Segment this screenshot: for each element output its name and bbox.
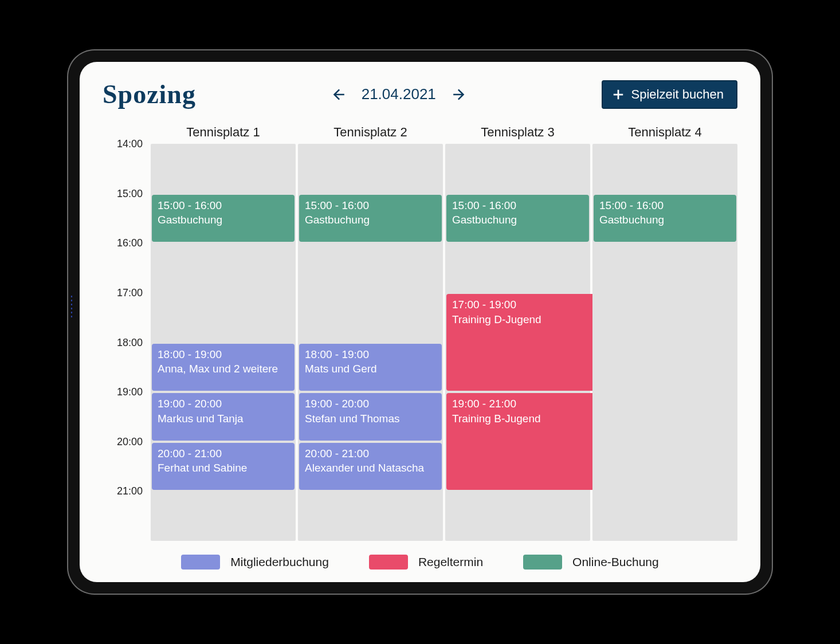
book-slot-button[interactable]: Spielzeit buchen: [602, 80, 737, 109]
legend-label: Online-Buchung: [572, 555, 659, 569]
event-title: Gastbuchung: [599, 213, 731, 227]
court-column[interactable]: 15:00 - 16:00Gastbuchung18:00 - 19:00Ann…: [151, 144, 296, 541]
legend-swatch: [181, 555, 220, 570]
event-time: 20:00 - 21:00: [305, 446, 436, 461]
time-label: 19:00: [117, 386, 143, 398]
event-title: Markus und Tanja: [158, 411, 289, 426]
event-time: 15:00 - 16:00: [599, 198, 731, 213]
header: Spozing 21.04.2021 Spielzeit buchen: [103, 79, 737, 109]
booking-event[interactable]: 15:00 - 16:00Gastbuchung: [594, 195, 736, 242]
event-title: Stefan und Thomas: [305, 411, 436, 426]
legend-item-online: Online-Buchung: [523, 555, 659, 570]
book-slot-label: Spielzeit buchen: [631, 87, 724, 102]
time-label: 17:00: [117, 286, 143, 299]
court-header: Tennisplatz 1: [151, 121, 296, 144]
court-header: Tennisplatz 2: [298, 121, 443, 144]
court-column[interactable]: 15:00 - 16:00Gastbuchung18:00 - 19:00Mat…: [298, 144, 443, 541]
time-label: 14:00: [117, 138, 143, 150]
booking-event[interactable]: 18:00 - 19:00Anna, Max und 2 weitere: [152, 344, 295, 391]
event-title: Ferhat und Sabine: [158, 461, 289, 476]
booking-event[interactable]: 15:00 - 16:00Gastbuchung: [152, 195, 295, 242]
event-title: Gastbuchung: [158, 213, 289, 227]
legend-item-member: Mitgliederbuchung: [181, 555, 329, 570]
time-label: 18:00: [117, 336, 143, 348]
event-time: 19:00 - 20:00: [305, 396, 436, 411]
event-time: 15:00 - 16:00: [305, 198, 436, 213]
event-time: 20:00 - 21:00: [158, 446, 289, 461]
court-header: Tennisplatz 4: [592, 121, 737, 144]
schedule-grid: Tennisplatz 1 Tennisplatz 2 Tennisplatz …: [103, 121, 737, 541]
arrow-right-icon: [452, 87, 467, 102]
legend-item-regel: Regeltermin: [369, 555, 483, 570]
court-header: Tennisplatz 3: [445, 121, 590, 144]
event-time: 18:00 - 19:00: [305, 347, 436, 362]
time-label: 21:00: [117, 485, 143, 497]
event-title: Mats und Gerd: [305, 362, 436, 376]
tablet-frame: Spozing 21.04.2021 Spielzeit buchen: [67, 49, 773, 595]
legend-swatch: [369, 555, 408, 570]
app-screen: Spozing 21.04.2021 Spielzeit buchen: [80, 62, 760, 582]
next-day-button[interactable]: [451, 86, 468, 103]
time-label: 20:00: [117, 435, 143, 447]
legend: Mitgliederbuchung Regeltermin Online-Buc…: [103, 541, 737, 570]
event-title: Anna, Max und 2 weitere: [158, 362, 289, 376]
arrow-left-icon: [331, 87, 346, 102]
plus-icon: [612, 88, 625, 101]
current-date: 21.04.2021: [362, 85, 436, 103]
legend-swatch: [523, 555, 562, 570]
booking-event[interactable]: 18:00 - 19:00Mats und Gerd: [299, 344, 442, 391]
event-title: Alexander und Natascha: [305, 461, 436, 476]
booking-event[interactable]: 15:00 - 16:00Gastbuchung: [299, 195, 442, 242]
date-navigator: 21.04.2021: [205, 85, 592, 103]
time-label: 16:00: [117, 237, 143, 249]
booking-event[interactable]: 15:00 - 16:00Gastbuchung: [446, 195, 589, 242]
time-axis: 14:0015:0016:0017:0018:0019:0020:0021:00: [103, 144, 148, 541]
time-label: 15:00: [117, 187, 143, 199]
event-time: 18:00 - 19:00: [158, 347, 289, 362]
court-column[interactable]: 15:00 - 16:00Gastbuchung: [592, 144, 737, 541]
app-logo: Spozing: [103, 79, 196, 109]
event-time: 19:00 - 20:00: [158, 396, 289, 411]
event-title: Gastbuchung: [452, 213, 583, 227]
legend-label: Regeltermin: [418, 555, 483, 569]
prev-day-button[interactable]: [329, 86, 347, 103]
event-title: Gastbuchung: [305, 213, 436, 227]
booking-event[interactable]: 20:00 - 21:00Alexander und Natascha: [299, 443, 442, 490]
event-time: 15:00 - 16:00: [452, 198, 583, 213]
legend-label: Mitgliederbuchung: [230, 555, 329, 569]
booking-event[interactable]: 19:00 - 20:00Markus und Tanja: [152, 393, 295, 441]
event-time: 15:00 - 16:00: [158, 198, 289, 213]
court-column[interactable]: 15:00 - 16:00Gastbuchung17:00 - 19:00Tra…: [445, 144, 590, 541]
booking-event[interactable]: 19:00 - 20:00Stefan und Thomas: [299, 393, 442, 441]
booking-event[interactable]: 20:00 - 21:00Ferhat und Sabine: [152, 443, 295, 490]
